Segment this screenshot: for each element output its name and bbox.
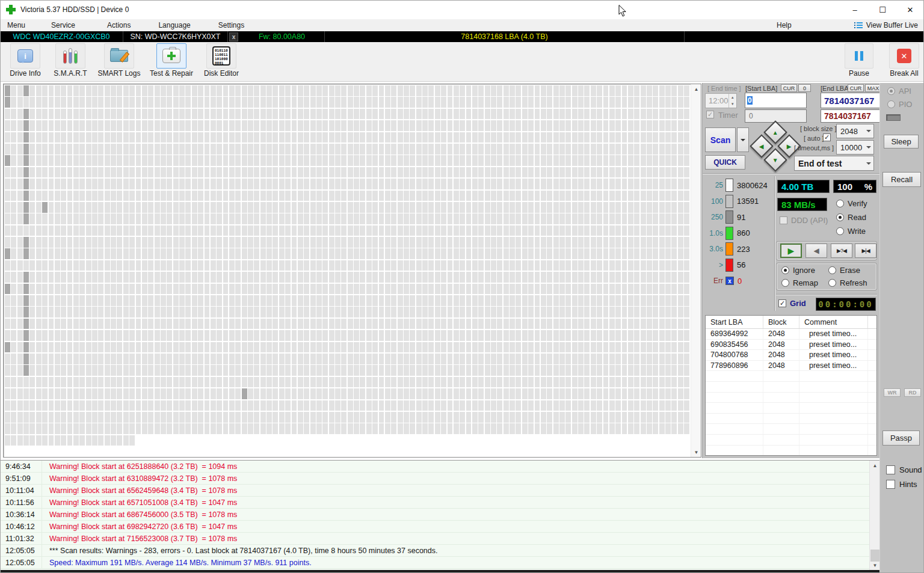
action-refresh-option[interactable]: Refresh <box>828 278 867 287</box>
log-scrollbar[interactable]: ▲ ▼ <box>869 461 879 570</box>
log-entry[interactable]: 10:36:14Warning! Block start at 68674560… <box>0 509 879 521</box>
break-all-button[interactable]: ✕ Break All <box>879 42 924 78</box>
write-radio[interactable] <box>836 227 844 235</box>
view-buffer-live-button[interactable]: View Buffer Live <box>866 21 918 29</box>
scroll-up-icon[interactable]: ▲ <box>691 84 701 94</box>
api-option[interactable]: API <box>887 87 911 96</box>
play-forward-button[interactable]: ▶ <box>780 244 802 258</box>
spinner-arrows-icon[interactable]: ▲▼ <box>728 94 736 108</box>
action-remap-option[interactable]: Remap <box>781 278 818 287</box>
grid-option[interactable]: ✓ Grid <box>778 299 806 308</box>
mode-verify-option[interactable]: Verify <box>836 199 867 208</box>
start-lba-cur-button[interactable]: CUR <box>781 84 797 92</box>
mode-write-option[interactable]: Write <box>836 227 866 236</box>
mode-read-option[interactable]: Read <box>836 213 866 222</box>
smart-button[interactable]: S.M.A.R.T <box>45 42 96 78</box>
maximize-button[interactable]: ☐ <box>869 0 896 19</box>
table-row[interactable] <box>706 393 876 403</box>
menu-item-language[interactable]: Language <box>156 21 192 29</box>
ignore-radio[interactable] <box>781 266 789 274</box>
menu-item-help[interactable]: Help <box>774 21 794 29</box>
end-lba-input-2[interactable]: 7814037167 <box>821 109 882 123</box>
hints-option[interactable]: Hints <box>886 480 917 489</box>
pio-option[interactable]: PIO <box>887 100 912 109</box>
table-row[interactable] <box>706 414 876 424</box>
map-scrollbar[interactable]: ▲ ▼ <box>691 84 701 457</box>
log-entry[interactable]: 9:51:09Warning! Block start at 631088947… <box>0 473 879 485</box>
sound-option[interactable]: Sound <box>886 465 922 474</box>
menu-item-settings[interactable]: Settings <box>216 21 247 29</box>
block-size-select[interactable]: 2048 <box>836 124 874 138</box>
timer-checkbox[interactable]: ✓ <box>706 111 714 118</box>
table-row[interactable]: 7048007682048preset timeo... <box>706 350 876 361</box>
recall-button[interactable]: Recall <box>882 172 921 187</box>
log-entry[interactable]: 10:11:56Warning! Block start at 65710510… <box>0 497 879 509</box>
start-lba-input[interactable]: 0 <box>745 93 807 108</box>
auto-checkbox[interactable]: ✓ <box>823 133 831 141</box>
table-row[interactable]: 6893649922048preset timeo... <box>706 329 876 340</box>
scan-button[interactable]: Scan <box>705 127 736 152</box>
table-row[interactable]: 6908354562048preset timeo... <box>706 340 876 351</box>
minimize-button[interactable]: – <box>841 0 869 19</box>
seek-question-button[interactable]: ▶?◀ <box>831 244 852 258</box>
scroll-down-icon[interactable]: ▼ <box>870 560 879 570</box>
table-row[interactable] <box>706 435 876 446</box>
sound-checkbox[interactable] <box>886 465 895 474</box>
table-header-comment[interactable]: Comment <box>799 316 868 328</box>
scan-dropdown-button[interactable] <box>737 127 749 152</box>
passp-button[interactable]: Passp <box>882 431 920 446</box>
end-time-spinner[interactable]: 12:00 ▲▼ <box>705 93 737 108</box>
action-ignore-option[interactable]: Ignore <box>781 266 815 275</box>
timeout-select[interactable]: 10000 <box>836 140 874 155</box>
rd-button[interactable]: RD <box>904 388 921 397</box>
close-button[interactable]: ✕ <box>896 0 924 19</box>
table-header-start-lba[interactable]: Start LBA <box>706 316 763 328</box>
refresh-radio[interactable] <box>828 279 836 287</box>
erase-radio[interactable] <box>828 266 836 274</box>
table-row[interactable]: 7789608962048preset timeo... <box>706 361 876 372</box>
menu-item-service[interactable]: Service <box>49 21 78 29</box>
start-lba-zero-button[interactable]: 0 <box>798 84 811 92</box>
table-row[interactable] <box>706 446 876 456</box>
end-lba-input[interactable]: 7814037167 <box>821 93 882 108</box>
table-row[interactable] <box>706 371 876 382</box>
end-lba-cur-button[interactable]: CUR <box>848 84 864 92</box>
end-action-select[interactable]: End of test <box>794 156 874 171</box>
action-erase-option[interactable]: Erase <box>828 266 860 275</box>
table-row[interactable] <box>706 424 876 435</box>
grid-checkbox[interactable]: ✓ <box>778 299 786 307</box>
log-entry[interactable]: 11:01:32Warning! Block start at 71565230… <box>0 533 879 545</box>
sleep-button[interactable]: Sleep <box>884 135 919 149</box>
quick-button[interactable]: QUICK <box>705 155 745 170</box>
table-header-block[interactable]: Block <box>763 316 799 328</box>
defect-table-header[interactable]: Start LBABlockComment <box>706 316 876 329</box>
drive-info-button[interactable]: i Drive Info <box>0 42 51 78</box>
end-lba-max-button[interactable]: MAX <box>865 84 881 92</box>
menu-item-actions[interactable]: Actions <box>105 21 133 29</box>
wr-button[interactable]: WR <box>884 388 901 397</box>
disk-editor-button[interactable]: 010110 110011 101000 0001 Disk Editor <box>196 42 247 78</box>
ddd-api-option[interactable]: DDD (API) <box>780 216 828 225</box>
ddd-checkbox[interactable] <box>780 216 787 224</box>
scroll-down-icon[interactable]: ▼ <box>691 447 701 457</box>
test-repair-button[interactable]: Test & Repair <box>146 42 197 78</box>
verify-radio[interactable] <box>836 200 844 207</box>
api-radio[interactable] <box>887 87 895 95</box>
play-back-button[interactable]: ◀ <box>805 244 827 258</box>
log-entry[interactable]: 10:46:12Warning! Block start at 69829427… <box>0 521 879 533</box>
device-model[interactable]: WDC WD40EZRZ-00GXCB0 <box>0 31 123 42</box>
seek-end-button[interactable]: ▶|◀ <box>855 244 876 258</box>
scroll-up-icon[interactable]: ▲ <box>870 461 879 470</box>
log-entry[interactable]: 10:11:04Warning! Block start at 65624596… <box>0 485 879 497</box>
hints-checkbox[interactable] <box>886 480 895 489</box>
log-entry[interactable]: 12:05:05Speed: Maximum 191 MB/s. Average… <box>0 557 879 569</box>
log-entry[interactable]: 12:05:05*** Scan results: Warnings - 283… <box>0 545 879 557</box>
menu-item-menu[interactable]: Menu <box>5 21 28 29</box>
read-radio[interactable] <box>836 213 844 221</box>
log-entry[interactable]: 9:46:34Warning! Block start at 625188864… <box>0 461 879 473</box>
remap-radio[interactable] <box>781 279 789 287</box>
table-row[interactable] <box>706 382 876 393</box>
smart-logs-button[interactable]: SMART Logs <box>94 42 144 78</box>
scrollbar-thumb[interactable] <box>870 550 879 562</box>
device-close-button[interactable]: x <box>229 32 238 41</box>
